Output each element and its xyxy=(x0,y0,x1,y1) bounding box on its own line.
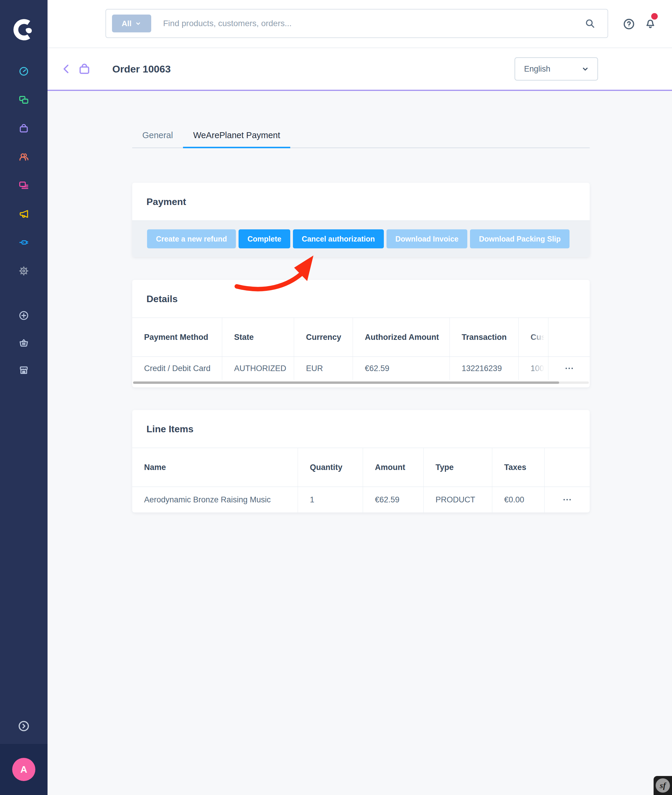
column-header-actions xyxy=(544,448,590,486)
content-area: General WeArePlanet Payment Payment Crea… xyxy=(48,92,672,795)
column-header-truncated: Cus xyxy=(519,318,549,357)
sidebar-nav xyxy=(0,57,48,285)
order-tabs: General WeArePlanet Payment xyxy=(132,119,590,148)
table-row: Aerodynamic Bronze Raising Music 1 €62.5… xyxy=(132,486,590,512)
column-header: Amount xyxy=(363,448,424,486)
sidebar-item-settings[interactable] xyxy=(0,257,48,285)
global-search: All xyxy=(106,9,608,38)
column-header: Transaction xyxy=(450,318,519,357)
download-packing-slip-button[interactable]: Download Packing Slip xyxy=(470,229,570,248)
topbar: All xyxy=(48,0,672,48)
currency-cell: EUR xyxy=(294,357,353,380)
storefront-icon xyxy=(18,365,29,376)
search-input[interactable] xyxy=(151,19,584,28)
column-header: Currency xyxy=(294,318,353,357)
details-table-header: Payment Method State Currency Authorized… xyxy=(132,318,590,357)
cancel-authorization-button[interactable]: Cancel authorization xyxy=(293,229,384,248)
column-header: Authorized Amount xyxy=(353,318,450,357)
complete-button[interactable]: Complete xyxy=(238,229,290,248)
ellipsis-icon xyxy=(563,499,571,501)
sidebar-item-basket[interactable] xyxy=(0,329,48,357)
scrollbar-thumb[interactable] xyxy=(133,381,559,384)
basket-icon xyxy=(18,338,29,348)
extensions-icon xyxy=(18,237,29,248)
sidebar-item-orders[interactable] xyxy=(0,114,48,142)
symfony-label: sf xyxy=(660,781,666,790)
notification-badge xyxy=(651,13,658,19)
payment-method-cell: Credit / Debit Card xyxy=(132,357,222,380)
horizontal-scrollbar xyxy=(133,381,589,384)
sidebar-item-storefront[interactable] xyxy=(0,357,48,384)
smartbar: Order 10063 English xyxy=(48,48,672,91)
back-icon[interactable] xyxy=(60,63,72,75)
details-card: Details Payment Method State Currency Au… xyxy=(132,280,590,387)
sidebar-item-catalogues[interactable] xyxy=(0,86,48,114)
type-cell: PRODUCT xyxy=(424,487,492,512)
row-context-menu-button[interactable] xyxy=(544,487,590,512)
quantity-cell: 1 xyxy=(298,487,363,512)
chevron-right-circle-icon xyxy=(18,720,30,732)
language-select-value: English xyxy=(524,64,550,74)
content-icon xyxy=(18,180,29,191)
line-items-card-title: Line Items xyxy=(132,410,590,448)
transaction-cell: 132216239 xyxy=(450,357,519,380)
authorized-amount-cell: €62.59 xyxy=(353,357,450,380)
tab-wearplanet-payment[interactable]: WeArePlanet Payment xyxy=(183,119,290,147)
chevron-down-icon xyxy=(581,64,590,74)
notification-bell-icon[interactable] xyxy=(644,18,656,30)
download-invoice-button[interactable]: Download Invoice xyxy=(387,229,467,248)
symfony-icon: sf xyxy=(656,778,670,793)
amount-cell: €62.59 xyxy=(363,487,424,512)
dashboard-icon xyxy=(18,66,29,77)
create-refund-button[interactable]: Create a new refund xyxy=(147,229,236,248)
ellipsis-icon xyxy=(565,367,573,370)
sidebar-secondary-nav xyxy=(0,302,48,384)
search-icon xyxy=(584,18,596,29)
sidebar-item-marketing[interactable] xyxy=(0,200,48,228)
state-cell: AUTHORIZED xyxy=(222,357,294,380)
sidebar-item-add[interactable] xyxy=(0,302,48,329)
symfony-profiler-toggle[interactable]: sf xyxy=(654,776,672,795)
add-circle-icon xyxy=(18,310,29,321)
sidebar-collapse-button[interactable] xyxy=(0,720,48,732)
line-items-card: Line Items Name Quantity Amount Type Tax… xyxy=(132,410,590,512)
customer-cell-truncated: 1000 xyxy=(519,357,549,380)
table-row: Credit / Debit Card AUTHORIZED EUR €62.5… xyxy=(132,357,590,380)
catalogues-icon xyxy=(18,94,29,105)
customers-icon xyxy=(18,152,29,162)
payment-card-title: Payment xyxy=(132,183,590,221)
row-context-menu-button[interactable] xyxy=(549,357,590,380)
line-items-table-header: Name Quantity Amount Type Taxes xyxy=(132,448,590,486)
payment-card: Payment Create a new refund Complete Can… xyxy=(132,183,590,257)
sidebar-item-customers[interactable] xyxy=(0,142,48,171)
avatar-initial: A xyxy=(20,764,27,775)
shopware-logo[interactable] xyxy=(13,17,36,42)
order-bag-icon xyxy=(78,62,91,75)
help-icon[interactable] xyxy=(623,18,635,30)
search-scope-dropdown[interactable]: All xyxy=(112,14,151,32)
avatar[interactable]: A xyxy=(12,758,35,781)
column-header: State xyxy=(222,318,294,357)
settings-gear-icon xyxy=(18,266,29,276)
chevron-down-icon xyxy=(134,20,142,27)
column-header: Name xyxy=(132,448,298,486)
column-header: Quantity xyxy=(298,448,363,486)
sidebar-user-area: A xyxy=(0,744,48,795)
item-name-cell: Aerodynamic Bronze Raising Music xyxy=(132,487,298,512)
orders-icon xyxy=(18,123,29,134)
column-header: Taxes xyxy=(492,448,544,486)
column-header: Type xyxy=(424,448,492,486)
sidebar-item-extensions[interactable] xyxy=(0,228,48,257)
search-scope-label: All xyxy=(122,19,131,28)
column-header: Payment Method xyxy=(132,318,222,357)
sidebar-item-content[interactable] xyxy=(0,171,48,200)
payment-actions: Create a new refund Complete Cancel auth… xyxy=(132,221,590,257)
details-card-title: Details xyxy=(132,280,590,318)
language-select[interactable]: English xyxy=(515,58,598,80)
page-title: Order 10063 xyxy=(112,63,171,75)
taxes-cell: €0.00 xyxy=(492,487,544,512)
marketing-icon xyxy=(18,208,29,219)
column-header-actions xyxy=(549,318,590,357)
tab-general[interactable]: General xyxy=(132,119,183,147)
sidebar-item-dashboard[interactable] xyxy=(0,57,48,86)
